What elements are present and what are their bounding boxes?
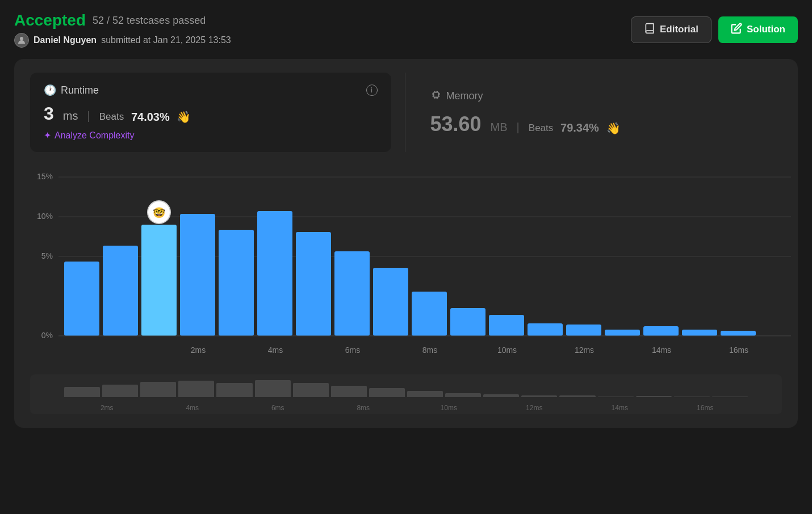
clock-icon: 🕐 bbox=[44, 84, 56, 96]
accepted-row: Accepted 52 / 52 testcases passed bbox=[14, 11, 231, 30]
svg-rect-10 bbox=[64, 262, 99, 336]
analyze-complexity-link[interactable]: ✦ Analyze Complexity bbox=[44, 130, 378, 141]
runtime-box: 🕐 Runtime i 3 ms | Beats 74.03% 👋 bbox=[30, 73, 391, 152]
mini-bar bbox=[636, 396, 672, 397]
memory-separator: | bbox=[517, 121, 520, 134]
mini-bar bbox=[255, 380, 291, 397]
mini-bar bbox=[521, 395, 557, 397]
mini-x-label: 16ms bbox=[663, 404, 748, 412]
mini-bar bbox=[102, 385, 138, 397]
memory-box: Memory 53.60 MB | Beats 79.34% 👋 bbox=[419, 73, 782, 152]
svg-rect-26 bbox=[605, 330, 640, 336]
memory-unit: MB bbox=[491, 121, 508, 134]
mini-bar bbox=[293, 383, 329, 397]
hand-emoji: 👋 bbox=[177, 110, 191, 124]
runtime-beats-pct: 74.03% bbox=[131, 111, 170, 124]
mini-bar bbox=[712, 397, 748, 397]
mini-bar bbox=[140, 382, 176, 397]
svg-text:10ms: 10ms bbox=[497, 346, 517, 355]
header-right: Editorial Solution bbox=[631, 16, 798, 43]
svg-rect-16 bbox=[219, 230, 254, 336]
svg-text:14ms: 14ms bbox=[652, 346, 671, 355]
svg-text:5%: 5% bbox=[41, 251, 53, 260]
analyze-label: Analyze Complexity bbox=[55, 130, 135, 141]
svg-text:15%: 15% bbox=[37, 172, 53, 181]
runtime-unit: ms bbox=[63, 109, 78, 123]
main-card: 🕐 Runtime i 3 ms | Beats 74.03% 👋 bbox=[14, 59, 798, 428]
beats-label: Beats bbox=[99, 111, 124, 123]
mini-chart[interactable]: 2ms 4ms 6ms 8ms 10ms 12ms 14ms 16ms bbox=[30, 374, 782, 414]
memory-label: Memory bbox=[446, 90, 483, 102]
mini-x-labels: 2ms 4ms 6ms 8ms 10ms 12ms 14ms 16ms bbox=[64, 404, 748, 412]
solution-label: Solution bbox=[747, 24, 785, 35]
svg-point-0 bbox=[20, 37, 23, 40]
runtime-beats: Beats 74.03% 👋 bbox=[99, 110, 191, 124]
svg-text:16ms: 16ms bbox=[729, 346, 748, 355]
svg-text:12ms: 12ms bbox=[575, 346, 594, 355]
editorial-label: Editorial bbox=[660, 24, 698, 35]
info-icon[interactable]: i bbox=[366, 85, 378, 96]
memory-beats-pct: 79.34% bbox=[560, 121, 599, 134]
svg-rect-28 bbox=[682, 330, 717, 336]
book-icon bbox=[644, 23, 655, 37]
solution-button[interactable]: Solution bbox=[718, 16, 798, 43]
username: Daniel Nguyen bbox=[34, 35, 97, 45]
mini-bar bbox=[216, 383, 252, 398]
memory-beats: Beats 79.34% 👋 bbox=[529, 121, 621, 135]
chart-main: 15% 10% 5% 0% 🤓 bbox=[30, 166, 782, 370]
runtime-label-row: 🕐 Runtime i bbox=[44, 84, 378, 96]
mini-x-label: 6ms bbox=[235, 404, 321, 412]
mini-bar bbox=[407, 391, 443, 397]
memory-beats-label: Beats bbox=[529, 123, 553, 134]
submitted-row: Daniel Nguyen submitted at Jan 21, 2025 … bbox=[14, 33, 231, 48]
mini-x-label: 10ms bbox=[406, 404, 492, 412]
mini-x-label: 14ms bbox=[577, 404, 663, 412]
separator: | bbox=[87, 109, 90, 123]
svg-rect-24 bbox=[528, 323, 563, 336]
svg-rect-12 bbox=[141, 225, 177, 336]
mini-bars-row bbox=[64, 380, 748, 397]
info-i: i bbox=[371, 86, 372, 94]
memory-hand-emoji: 👋 bbox=[606, 121, 621, 135]
svg-rect-20 bbox=[373, 268, 408, 336]
svg-rect-29 bbox=[721, 331, 756, 336]
svg-rect-21 bbox=[412, 292, 447, 336]
stats-row: 🕐 Runtime i 3 ms | Beats 74.03% 👋 bbox=[30, 73, 782, 152]
svg-text:10%: 10% bbox=[37, 212, 53, 221]
mini-x-label: 2ms bbox=[64, 404, 150, 412]
runtime-value: 3 bbox=[44, 103, 54, 124]
header: Accepted 52 / 52 testcases passed Daniel… bbox=[14, 11, 798, 48]
svg-text:0%: 0% bbox=[41, 331, 53, 340]
svg-rect-27 bbox=[643, 326, 679, 336]
runtime-value-row: 3 ms | Beats 74.03% 👋 bbox=[44, 103, 378, 124]
svg-rect-15 bbox=[180, 214, 215, 336]
svg-rect-23 bbox=[489, 315, 524, 336]
header-left: Accepted 52 / 52 testcases passed Daniel… bbox=[14, 11, 231, 48]
testcases-text: 52 / 52 testcases passed bbox=[93, 15, 206, 27]
runtime-label: Runtime bbox=[61, 85, 99, 96]
svg-rect-19 bbox=[334, 251, 370, 336]
svg-rect-22 bbox=[450, 308, 485, 336]
mini-x-label: 8ms bbox=[321, 404, 407, 412]
memory-label-row: Memory bbox=[430, 89, 782, 103]
mini-bar bbox=[178, 381, 214, 397]
accepted-label: Accepted bbox=[14, 11, 86, 30]
mini-bar bbox=[674, 397, 710, 398]
bar-chart-svg: 15% 10% 5% 0% 🤓 bbox=[30, 166, 782, 370]
editorial-button[interactable]: Editorial bbox=[631, 16, 711, 43]
mini-bar bbox=[331, 386, 367, 397]
svg-text:8ms: 8ms bbox=[422, 346, 437, 355]
chip-icon bbox=[430, 89, 442, 103]
mini-bar bbox=[483, 394, 519, 397]
mini-x-label: 12ms bbox=[492, 404, 577, 412]
svg-text:2ms: 2ms bbox=[191, 346, 206, 355]
memory-value-row: 53.60 MB | Beats 79.34% 👋 bbox=[430, 112, 782, 136]
avatar bbox=[14, 33, 29, 48]
svg-rect-11 bbox=[103, 246, 138, 336]
mini-bar bbox=[598, 397, 634, 398]
mini-bar bbox=[445, 393, 481, 397]
svg-text:4ms: 4ms bbox=[268, 346, 283, 355]
chart-area: 15% 10% 5% 0% 🤓 bbox=[30, 166, 782, 414]
svg-text:🤓: 🤓 bbox=[153, 207, 166, 219]
svg-text:6ms: 6ms bbox=[345, 346, 360, 355]
